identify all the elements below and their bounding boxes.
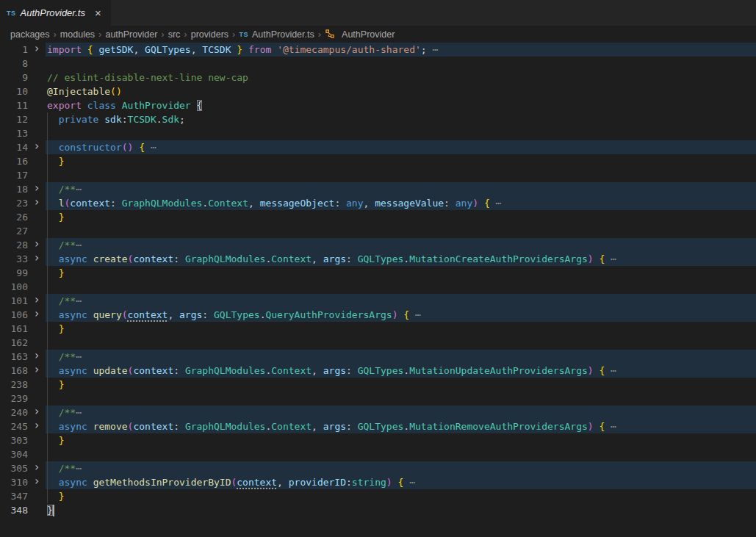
fold-placeholder[interactable]: ⋯: [76, 463, 82, 474]
fold-chevron-icon[interactable]: ›: [33, 42, 40, 56]
code-line-content[interactable]: [46, 57, 756, 71]
code-line[interactable]: 23› l(context: GraphQLModules.Context, m…: [0, 196, 756, 210]
fold-placeholder[interactable]: ⋯: [605, 253, 616, 264]
code-line[interactable]: 11export class AuthProvider {: [0, 98, 756, 112]
fold-chevron-icon[interactable]: ›: [33, 475, 40, 489]
code-line-content[interactable]: }: [46, 378, 756, 392]
code-line-content[interactable]: /**⋯: [46, 461, 756, 475]
code-line-content[interactable]: [46, 447, 756, 461]
code-line[interactable]: 162: [0, 336, 756, 350]
code-line-content[interactable]: }: [46, 322, 756, 336]
code-line-content[interactable]: [46, 168, 756, 182]
code-line-content[interactable]: /**⋯: [46, 238, 756, 252]
code-line[interactable]: 8: [0, 57, 756, 71]
code-line[interactable]: 101› /**⋯: [0, 294, 756, 308]
code-line-content[interactable]: }: [46, 154, 756, 168]
fold-placeholder[interactable]: ⋯: [605, 365, 616, 376]
code-line-content[interactable]: /**⋯: [46, 406, 756, 419]
fold-chevron-icon[interactable]: ›: [33, 349, 40, 363]
code-line[interactable]: 240› /**⋯: [0, 406, 756, 419]
code-line[interactable]: 100: [0, 280, 756, 294]
code-line[interactable]: 13: [0, 126, 756, 140]
code-line[interactable]: 27: [0, 224, 756, 238]
code-line[interactable]: 347 }: [0, 489, 756, 503]
fold-chevron-icon[interactable]: ›: [33, 251, 40, 265]
breadcrumb-item-modules[interactable]: modules: [60, 29, 96, 40]
code-line[interactable]: 163› /**⋯: [0, 350, 756, 364]
code-line[interactable]: 305› /**⋯: [0, 461, 756, 475]
code-line-content[interactable]: async remove(context: GraphQLModules.Con…: [46, 419, 756, 433]
breadcrumb-item-providers[interactable]: providers: [190, 29, 229, 40]
code-line-content[interactable]: @Injectable(): [46, 84, 756, 98]
code-line[interactable]: 168› async update(context: GraphQLModule…: [0, 364, 756, 378]
code-line-content[interactable]: /**⋯: [46, 294, 756, 308]
breadcrumb-item-symbol[interactable]: AuthProvider: [324, 28, 395, 40]
code-line[interactable]: 18› /**⋯: [0, 182, 756, 196]
code-line[interactable]: 16 }: [0, 154, 756, 168]
fold-placeholder[interactable]: ⋯: [403, 477, 415, 488]
tab-authprovider[interactable]: TS AuthProvider.ts ×: [0, 0, 111, 26]
code-line-content[interactable]: export class AuthProvider {: [46, 98, 756, 112]
fold-placeholder[interactable]: ⋯: [409, 309, 421, 320]
fold-chevron-icon[interactable]: ›: [33, 363, 40, 377]
code-line[interactable]: 310› async getMethodsInProviderByID(cont…: [0, 475, 756, 489]
code-line-content[interactable]: l(context: GraphQLModules.Context, messa…: [46, 196, 756, 210]
code-line-content[interactable]: async update(context: GraphQLModules.Con…: [46, 364, 756, 378]
code-line[interactable]: 28› /**⋯: [0, 238, 756, 252]
code-line[interactable]: 238 }: [0, 378, 756, 392]
close-icon[interactable]: ×: [93, 7, 104, 19]
code-line-content[interactable]: [46, 280, 756, 294]
breadcrumb-item-src[interactable]: src: [168, 29, 181, 40]
fold-placeholder[interactable]: ⋯: [76, 295, 82, 306]
code-line-content[interactable]: /**⋯: [46, 182, 756, 196]
fold-chevron-icon[interactable]: ›: [33, 461, 40, 475]
code-line[interactable]: 161 }: [0, 322, 756, 336]
code-line-content[interactable]: [46, 392, 756, 406]
fold-placeholder[interactable]: ⋯: [145, 142, 156, 153]
code-line[interactable]: 348}: [0, 503, 756, 517]
code-line-content[interactable]: // eslint-disable-next-line new-cap: [46, 71, 756, 84]
code-line[interactable]: 1›import { getSDK, GQLTypes, TCSDK } fro…: [0, 43, 756, 57]
code-line-content[interactable]: }: [46, 210, 756, 224]
fold-placeholder[interactable]: ⋯: [76, 184, 82, 195]
breadcrumb-item-file[interactable]: TS AuthProvider.ts: [238, 29, 314, 40]
fold-placeholder[interactable]: ⋯: [76, 407, 82, 418]
fold-chevron-icon[interactable]: ›: [33, 419, 40, 433]
code-line-content[interactable]: }: [46, 266, 756, 280]
code-line[interactable]: 14› constructor() { ⋯: [0, 140, 756, 154]
fold-chevron-icon[interactable]: ›: [33, 181, 40, 195]
fold-placeholder[interactable]: ⋯: [76, 239, 82, 251]
code-line[interactable]: 304: [0, 447, 756, 461]
code-line[interactable]: 10@Injectable(): [0, 84, 756, 98]
fold-placeholder[interactable]: ⋯: [432, 44, 438, 55]
code-line[interactable]: 33› async create(context: GraphQLModules…: [0, 252, 756, 266]
code-line[interactable]: 99 }: [0, 266, 756, 280]
code-line-content[interactable]: async create(context: GraphQLModules.Con…: [46, 252, 756, 266]
fold-chevron-icon[interactable]: ›: [33, 307, 40, 321]
fold-placeholder[interactable]: ⋯: [76, 351, 82, 362]
breadcrumb-item-packages[interactable]: packages: [10, 29, 51, 40]
code-line[interactable]: 239: [0, 392, 756, 406]
code-line-content[interactable]: /**⋯: [46, 350, 756, 364]
code-line-content[interactable]: }: [46, 489, 756, 503]
code-line-content[interactable]: import { getSDK, GQLTypes, TCSDK } from …: [46, 43, 756, 57]
fold-chevron-icon[interactable]: ›: [33, 140, 40, 154]
code-line[interactable]: 303 }: [0, 433, 756, 447]
code-line-content[interactable]: [46, 126, 756, 140]
fold-placeholder[interactable]: ⋯: [605, 421, 616, 432]
code-line[interactable]: 245› async remove(context: GraphQLModule…: [0, 419, 756, 433]
code-line-content[interactable]: [46, 224, 756, 238]
fold-chevron-icon[interactable]: ›: [33, 405, 40, 419]
fold-chevron-icon[interactable]: ›: [33, 293, 40, 307]
breadcrumb-item-authprovider[interactable]: authProvider: [104, 29, 158, 40]
code-line-content[interactable]: constructor() { ⋯: [46, 140, 756, 154]
code-line[interactable]: 12 private sdk:TCSDK.Sdk;: [0, 112, 756, 126]
fold-placeholder[interactable]: ⋯: [490, 198, 502, 209]
code-line-content[interactable]: }: [46, 433, 756, 447]
fold-chevron-icon[interactable]: ›: [33, 237, 40, 251]
fold-chevron-icon[interactable]: ›: [33, 195, 40, 209]
code-line[interactable]: 26 }: [0, 210, 756, 224]
code-line-content[interactable]: async getMethodsInProviderByID(context, …: [46, 475, 756, 489]
code-line[interactable]: 106› async query(context, args: GQLTypes…: [0, 308, 756, 322]
code-area[interactable]: 1›import { getSDK, GQLTypes, TCSDK } fro…: [0, 43, 756, 517]
